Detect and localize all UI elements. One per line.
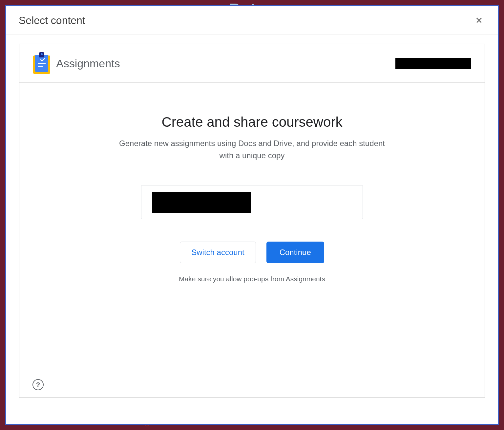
close-button[interactable]: ✕ <box>473 14 485 27</box>
modal-header: Select content ✕ <box>6 6 498 34</box>
modal-title: Select content <box>19 14 85 27</box>
account-email-redacted <box>152 192 251 213</box>
main-subtitle: Generate new assignments using Docs and … <box>117 137 387 161</box>
account-info-redacted[interactable] <box>395 58 471 69</box>
continue-button[interactable]: Continue <box>266 242 324 263</box>
main-content: Create and share coursework Generate new… <box>19 83 485 283</box>
account-display-box <box>141 185 363 219</box>
switch-account-button[interactable]: Switch account <box>180 242 256 263</box>
button-row: Switch account Continue <box>180 242 324 263</box>
select-content-modal: Select content ✕ Assig <box>5 5 499 425</box>
assignments-icon <box>33 53 50 74</box>
assignments-brand: Assignments <box>33 53 120 74</box>
assignments-frame: Assignments Create and share coursework … <box>19 44 485 398</box>
assignments-header: Assignments <box>19 44 485 83</box>
main-heading: Create and share coursework <box>162 114 343 130</box>
help-button[interactable]: ? <box>32 379 44 390</box>
popup-note: Make sure you allow pop-ups from Assignm… <box>179 275 325 283</box>
assignments-label: Assignments <box>56 57 120 70</box>
